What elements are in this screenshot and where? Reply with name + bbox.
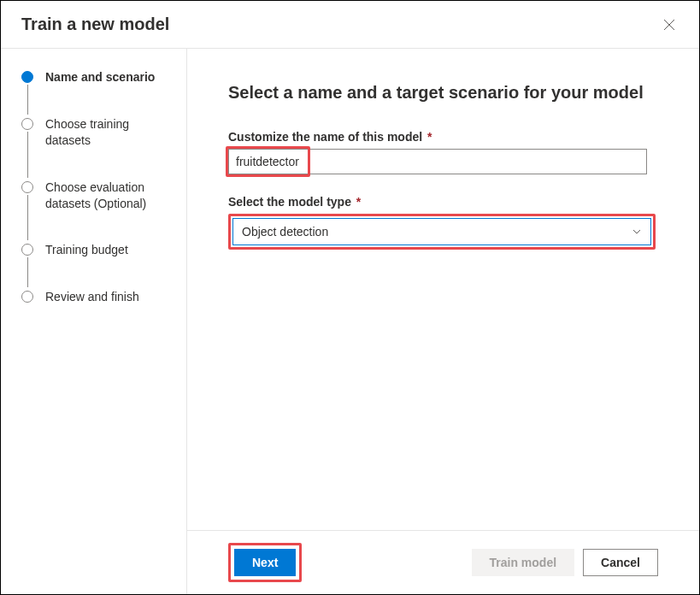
step-evaluation-datasets[interactable]: Choose evaluation datasets (Optional) xyxy=(21,180,174,243)
model-name-input[interactable] xyxy=(228,149,647,174)
step-training-datasets[interactable]: Choose training datasets xyxy=(21,116,174,180)
highlight-box: Next xyxy=(228,543,302,582)
step-connector xyxy=(27,257,28,287)
page-title: Select a name and a target scenario for … xyxy=(228,83,658,103)
step-review-finish[interactable]: Review and finish xyxy=(21,289,174,305)
step-label: Training budget xyxy=(45,242,128,258)
step-label: Name and scenario xyxy=(45,69,155,85)
dialog-header: Train a new model xyxy=(1,1,699,49)
step-connector xyxy=(27,195,28,241)
step-label: Choose evaluation datasets (Optional) xyxy=(45,180,174,212)
model-name-label: Customize the name of this model * xyxy=(228,130,658,144)
required-indicator: * xyxy=(353,195,361,209)
step-connector xyxy=(27,132,28,178)
step-indicator-icon xyxy=(21,71,33,83)
step-training-budget[interactable]: Training budget xyxy=(21,242,174,289)
step-indicator-icon xyxy=(21,181,33,193)
dialog-footer: Next Train model Cancel xyxy=(187,530,699,594)
chevron-down-icon xyxy=(632,227,642,237)
required-indicator: * xyxy=(424,130,432,144)
model-name-field-group: Customize the name of this model * xyxy=(228,130,658,174)
next-button[interactable]: Next xyxy=(234,549,296,576)
model-type-label: Select the model type * xyxy=(228,195,658,209)
cancel-button[interactable]: Cancel xyxy=(583,549,658,576)
close-button[interactable] xyxy=(660,15,679,34)
step-list: Name and scenario Choose training datase… xyxy=(21,69,174,305)
footer-right: Train model Cancel xyxy=(472,549,659,576)
close-icon xyxy=(663,19,675,31)
step-name-scenario[interactable]: Name and scenario xyxy=(21,69,174,116)
step-label: Review and finish xyxy=(45,289,139,305)
dialog-title: Train a new model xyxy=(21,15,169,34)
step-connector xyxy=(27,85,28,115)
select-value: Object detection xyxy=(242,225,328,239)
model-name-input-wrap xyxy=(228,149,647,174)
highlight-box: Object detection xyxy=(228,214,656,250)
model-type-field-group: Select the model type * Object detection xyxy=(228,195,658,250)
step-indicator-icon xyxy=(21,291,33,303)
step-indicator-icon xyxy=(21,244,33,256)
label-text: Customize the name of this model xyxy=(228,130,422,144)
footer-left: Next xyxy=(228,543,302,582)
dialog-body: Name and scenario Choose training datase… xyxy=(1,49,699,594)
main-content: Select a name and a target scenario for … xyxy=(187,49,699,530)
step-indicator-icon xyxy=(21,118,33,130)
step-label: Choose training datasets xyxy=(45,116,174,149)
model-type-select[interactable]: Object detection xyxy=(232,218,651,245)
label-text: Select the model type xyxy=(228,195,351,209)
wizard-sidebar: Name and scenario Choose training datase… xyxy=(1,49,187,594)
train-model-button: Train model xyxy=(472,549,575,576)
main-panel: Select a name and a target scenario for … xyxy=(187,49,699,594)
